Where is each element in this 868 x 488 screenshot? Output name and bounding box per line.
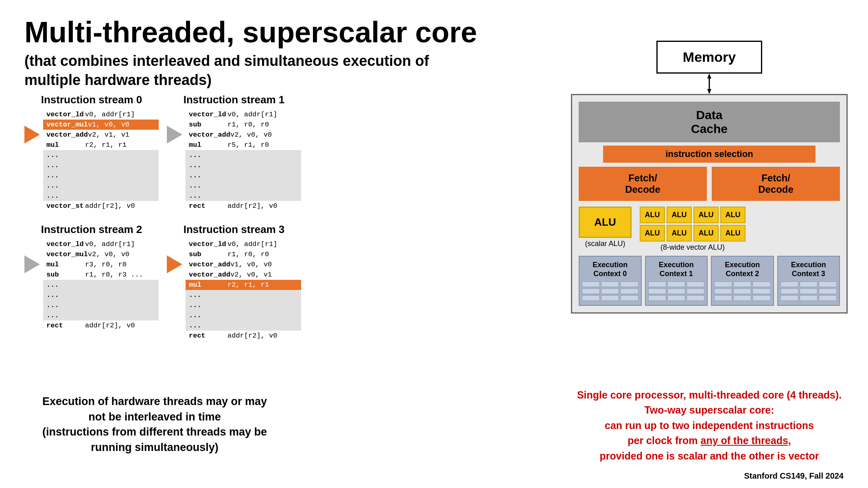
stream-2-row-2: mulr3, r0, r0 (43, 259, 159, 270)
valu-5: ALU (667, 225, 692, 242)
reg-0-5 (620, 288, 638, 294)
stream-3-row-1: subr1, r0, r0 (186, 249, 301, 259)
reg-3-5 (819, 288, 837, 294)
red-caption-line-4: provided one is scalar and the other is … (571, 449, 848, 464)
stream-2-row-5: ... (43, 290, 159, 300)
stream-3-row-6: ... (186, 300, 301, 310)
reg-2-5 (752, 288, 770, 294)
footer: Stanford CS149, Fall 2024 (744, 471, 844, 481)
stream-1-arrow-container (167, 109, 182, 144)
stream-3-row-4: mulr2, r1, r1 (186, 280, 301, 290)
scalar-alu-box: ALU (579, 207, 632, 238)
bottom-text: Execution of hardware threads may or may… (24, 394, 285, 455)
stream-3-title: Instruction stream 3 (167, 223, 301, 236)
valu-0: ALU (640, 207, 665, 223)
reg-1-0 (648, 281, 666, 287)
stream-3-row-0: vector_ldv0, addr[r1] (186, 239, 301, 249)
stream-2-wrapper: Instruction stream 2 vector_ldv0, addr[r… (24, 223, 159, 341)
stream-1-row-6: ... (186, 170, 301, 181)
stream-1-arrow-icon (167, 126, 182, 144)
reg-0-6 (582, 295, 600, 301)
stream-2-row-7: ... (43, 310, 159, 320)
stream-0-arrow-icon (24, 126, 40, 144)
stream-2-row-8: rectaddr[r2], v0 (43, 320, 159, 331)
scalar-alu-section: ALU (scalar ALU) (579, 207, 632, 248)
reg-0-1 (601, 281, 619, 287)
reg-3-8 (819, 295, 837, 301)
exec-context-1-title: ExecutionContext 1 (648, 261, 705, 278)
red-caption-line-3: per clock from any of the threads, (571, 433, 848, 449)
reg-2-6 (714, 295, 732, 301)
stream-3-row-5: ... (186, 290, 301, 300)
reg-0-0 (582, 281, 600, 287)
reg-1-2 (687, 281, 704, 287)
vector-alu-caption: (8-wide vector ALU) (640, 243, 746, 252)
stream-3-row-2: vector_addv1, v0, v0 (186, 259, 301, 270)
stream-0-row-6: ... (43, 170, 159, 181)
stream-2-title: Instruction stream 2 (24, 223, 159, 236)
reg-1-7 (667, 295, 685, 301)
stream-0-row-2: vector_addv2, v1, v1 (43, 130, 159, 140)
valu-4: ALU (640, 225, 665, 242)
red-caption-line-1: Two-way superscalar core: (571, 403, 848, 418)
vector-alu-section: ALU ALU ALU ALU ALU ALU ALU ALU (8-wide … (640, 207, 746, 252)
exec-context-3: ExecutionContext 3 (777, 256, 840, 306)
stream-0-row-4: ... (43, 150, 159, 160)
reg-0-2 (620, 281, 638, 287)
stream-0-table: vector_ldv0, addr[r1] vector_mulv1, v0, … (43, 109, 159, 211)
exec-context-1: ExecutionContext 1 (645, 256, 708, 306)
reg-1-4 (667, 288, 685, 294)
stream-0-row-5: ... (43, 160, 159, 170)
stream-1-title: Instruction stream 1 (167, 94, 301, 106)
exec-context-0-regs (582, 281, 638, 301)
chip-area: DataCache instruction selection Fetch/De… (571, 94, 848, 314)
data-cache-box: DataCache (579, 102, 840, 142)
exec-context-0: ExecutionContext 0 (579, 256, 642, 306)
reg-0-7 (601, 295, 619, 301)
fetch-decode-0: Fetch/Decode (579, 167, 707, 201)
stream-0-wrapper: Instruction stream 0 vector_ldv0, addr[r… (24, 94, 159, 211)
exec-context-row: ExecutionContext 0 ExecutionCont (579, 256, 840, 306)
reg-3-0 (781, 281, 798, 287)
page: Multi-threaded, superscalar core (that c… (0, 0, 868, 488)
stream-0-row-0: vector_ldv0, addr[r1] (43, 109, 159, 120)
stream-3-row-3: vector_addv2, v0, v1 (186, 270, 301, 280)
right-diagram: Memory DataCache instruction selection F… (571, 41, 848, 314)
reg-0-8 (620, 295, 638, 301)
left-panel: Instruction stream 0 vector_ldv0, addr[r… (24, 94, 301, 341)
stream-2-row-1: vector_mulv2, v0, v0 (43, 249, 159, 259)
reg-1-5 (687, 288, 704, 294)
valu-2: ALU (693, 207, 719, 223)
reg-0-3 (582, 288, 600, 294)
reg-1-3 (648, 288, 666, 294)
stream-0-arrow-container (24, 109, 40, 144)
valu-6: ALU (693, 225, 719, 242)
reg-2-0 (714, 281, 732, 287)
reg-3-4 (800, 288, 818, 294)
instruction-selection-box: instruction selection (603, 146, 816, 163)
vector-alu-row-1: ALU ALU ALU ALU (640, 225, 746, 242)
memory-label: Memory (683, 49, 736, 65)
stream-1-row-4: ... (186, 150, 301, 160)
reg-3-1 (800, 281, 818, 287)
stream-3-row-8: ... (186, 320, 301, 331)
memory-box: Memory (656, 41, 762, 74)
red-caption-line-2: can run up to two independent instructio… (571, 418, 848, 434)
vector-alu-row-0: ALU ALU ALU ALU (640, 207, 746, 223)
stream-3-row-9: rectaddr[r2], v0 (186, 331, 301, 341)
reg-2-2 (752, 281, 770, 287)
stream-1-row-7: ... (186, 181, 301, 191)
reg-3-2 (819, 281, 837, 287)
exec-context-3-regs (781, 281, 837, 301)
stream-1-wrapper: Instruction stream 1 vector_ldv0, addr[r… (167, 94, 301, 211)
reg-2-1 (733, 281, 751, 287)
reg-1-1 (667, 281, 685, 287)
stream-2-row-4: ... (43, 280, 159, 290)
svg-marker-1 (707, 74, 711, 78)
instruction-selection-label: instruction selection (665, 149, 753, 159)
stream-3-arrow-icon (167, 255, 182, 273)
stream-1-row-2: vector_addv2, v0, v0 (186, 130, 301, 140)
stream-2-arrow-icon (24, 255, 40, 273)
stream-2-row-0: vector_ldv0, addr[r1] (43, 239, 159, 249)
reg-3-7 (800, 295, 818, 301)
